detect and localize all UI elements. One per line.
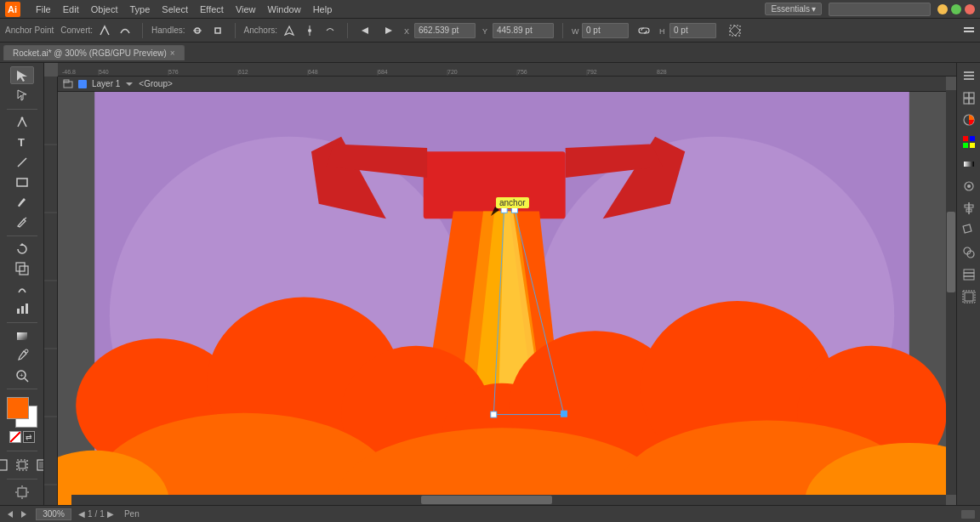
brush-tool[interactable] xyxy=(10,193,34,211)
svg-rect-101 xyxy=(963,143,968,148)
convert-corner-btn[interactable] xyxy=(96,22,113,39)
zoom-tool[interactable]: + xyxy=(10,366,34,384)
vertical-scroll-thumb[interactable] xyxy=(947,212,955,292)
artboards-panel-btn[interactable] xyxy=(960,287,978,306)
app-icon: Ai xyxy=(5,2,20,17)
svg-rect-36 xyxy=(19,462,26,468)
handles-group: Handles: xyxy=(151,22,225,39)
svg-rect-92 xyxy=(964,75,974,77)
horizontal-scrollbar[interactable] xyxy=(71,495,946,505)
essentials-button[interactable]: Essentials ▾ xyxy=(765,3,822,15)
svg-marker-9 xyxy=(385,27,392,34)
tab-close-btn[interactable]: × xyxy=(170,48,175,58)
direction-arrow-right[interactable] xyxy=(380,22,397,39)
drawing-mode-group xyxy=(0,456,44,474)
current-tool-label: Pen xyxy=(124,509,140,519)
gradient-panel-btn[interactable] xyxy=(960,155,978,173)
align-panel-btn[interactable] xyxy=(960,199,978,218)
window-controls xyxy=(937,4,975,14)
expand-icon[interactable] xyxy=(125,80,134,88)
svg-text:T: T xyxy=(18,136,25,149)
minimize-button[interactable] xyxy=(937,4,948,14)
transform-panel-btn[interactable] xyxy=(960,221,978,240)
handles-btn2[interactable] xyxy=(209,22,226,39)
direction-arrow-left[interactable] xyxy=(356,22,373,39)
properties-panel-btn[interactable] xyxy=(960,66,978,85)
search-input[interactable] xyxy=(829,3,931,16)
width-input[interactable] xyxy=(582,23,629,38)
direct-selection-tool[interactable] xyxy=(10,86,34,104)
pencil-tool[interactable] xyxy=(10,213,34,230)
anchors-pen-btn[interactable] xyxy=(281,22,298,39)
draw-normal-btn[interactable] xyxy=(0,456,11,474)
x-input[interactable] xyxy=(414,23,476,38)
swap-colors[interactable]: ⇄ xyxy=(23,431,35,443)
v-ruler-ticks xyxy=(44,77,57,505)
svg-rect-26 xyxy=(17,309,20,314)
svg-rect-97 xyxy=(969,99,974,104)
menu-window[interactable]: Window xyxy=(268,4,301,14)
close-button[interactable] xyxy=(965,4,975,14)
nav-arrow-right[interactable]: ▶ xyxy=(107,509,114,519)
color-swatches[interactable] xyxy=(7,397,37,428)
eyedropper-tool[interactable] xyxy=(10,347,34,365)
warp-tool[interactable] xyxy=(10,280,34,298)
document-tab[interactable]: Rocket.ai* @ 300% (RGB/GPU Preview) × xyxy=(3,45,185,60)
svg-marker-60 xyxy=(126,82,133,86)
transform-icon[interactable] xyxy=(726,22,744,39)
svg-rect-100 xyxy=(970,136,975,141)
svg-rect-16 xyxy=(964,27,974,29)
rect-tool[interactable] xyxy=(10,173,34,190)
svg-rect-17 xyxy=(964,31,974,32)
svg-rect-90 xyxy=(561,411,567,417)
menu-object[interactable]: Object xyxy=(91,4,118,14)
toolbox-separator-3 xyxy=(7,322,37,323)
rotate-tool[interactable] xyxy=(10,240,34,258)
line-tool[interactable] xyxy=(10,153,34,171)
pen-tool[interactable] xyxy=(10,113,34,131)
anchors-btn2[interactable] xyxy=(301,22,318,39)
draw-behind-btn[interactable] xyxy=(33,456,45,474)
layers-panel-btn[interactable] xyxy=(960,265,978,284)
appearance-panel-btn[interactable] xyxy=(960,177,978,196)
none-color[interactable] xyxy=(9,431,21,443)
menu-select[interactable]: Select xyxy=(162,4,188,14)
menu-help[interactable]: Help xyxy=(313,4,333,14)
y-input[interactable] xyxy=(493,23,554,38)
selection-tool[interactable] xyxy=(10,66,34,84)
color-panel-btn[interactable] xyxy=(960,111,978,129)
swatches-panel-btn[interactable] xyxy=(960,133,978,151)
nav-arrow-left[interactable]: ◀ xyxy=(78,509,85,519)
right-panels xyxy=(956,63,980,505)
svg-point-105 xyxy=(967,184,971,188)
chain-link-icon[interactable] xyxy=(635,22,652,39)
handles-btn1[interactable] xyxy=(189,22,206,39)
zoom-input[interactable] xyxy=(36,508,71,520)
maximize-button[interactable] xyxy=(951,4,961,14)
status-bar: ◀ 1 / 1 ▶ Pen xyxy=(0,505,980,522)
menu-file[interactable]: File xyxy=(36,4,51,14)
svg-text:Y: Y xyxy=(482,27,487,35)
pathfinder-panel-btn[interactable] xyxy=(960,243,978,262)
menu-effect[interactable]: Effect xyxy=(200,4,224,14)
art-board-tool[interactable] xyxy=(10,484,34,502)
gradient-tool[interactable] xyxy=(10,326,34,344)
type-tool[interactable]: T xyxy=(10,133,34,151)
horizontal-scroll-thumb[interactable] xyxy=(421,496,552,504)
libraries-panel-btn[interactable] xyxy=(960,88,978,107)
height-input[interactable] xyxy=(669,23,716,38)
svg-rect-114 xyxy=(964,270,974,273)
graph-tool[interactable] xyxy=(10,299,34,317)
convert-smooth-btn[interactable] xyxy=(117,22,134,39)
menu-view[interactable]: View xyxy=(236,4,256,14)
menu-type[interactable]: Type xyxy=(130,4,151,14)
toggle-extra[interactable] xyxy=(963,24,975,37)
nav-left-icon xyxy=(5,509,15,519)
menu-edit[interactable]: Edit xyxy=(63,4,79,14)
anchors-btn3[interactable] xyxy=(322,22,339,39)
foreground-color-swatch[interactable] xyxy=(7,397,29,419)
scale-tool[interactable] xyxy=(10,260,34,278)
draw-inside-btn[interactable] xyxy=(13,456,31,474)
vertical-scrollbar[interactable] xyxy=(946,90,956,495)
layer-visibility-icon[interactable] xyxy=(63,79,73,89)
